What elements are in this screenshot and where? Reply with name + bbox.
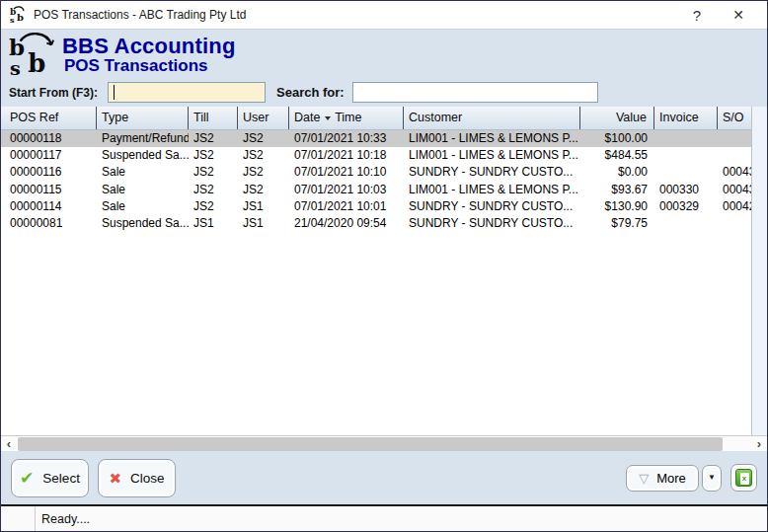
cell-pos_ref: 00000115 [1, 182, 97, 198]
column-header-date_time[interactable]: Date Time [289, 107, 404, 129]
column-header-so[interactable]: S/O [718, 107, 753, 129]
cell-customer: LIM001 - LIMES & LEMONS P... [404, 147, 580, 164]
chevron-down-icon: ▼ [708, 474, 716, 482]
cell-date_time: 07/01/2021 10:18 [289, 147, 404, 164]
status-message: Ready.... [36, 506, 767, 531]
cell-invoice: 000330 [654, 182, 718, 198]
start-from-wrap [98, 82, 266, 103]
cell-type: Sale [97, 164, 189, 181]
scrollbar-thumb[interactable] [18, 437, 723, 451]
cell-so [718, 147, 753, 164]
scroll-right-icon[interactable]: › [751, 436, 767, 452]
check-icon: ✔ [20, 470, 34, 487]
cell-invoice [654, 215, 718, 232]
brand-text: BBS Accounting POS Transactions [62, 36, 236, 75]
column-header-till[interactable]: Till [189, 107, 238, 129]
cell-so: 00043 [718, 182, 753, 198]
column-header-value[interactable]: Value [580, 107, 654, 129]
svg-text:s: s [10, 15, 15, 24]
cell-pos_ref: 00000116 [1, 164, 97, 181]
cell-date_time: 07/01/2021 10:01 [289, 198, 404, 215]
cell-date_time: 07/01/2021 10:03 [289, 182, 404, 198]
cell-user: JS2 [238, 164, 289, 181]
cell-type: Sale [97, 182, 189, 198]
more-dropdown-button[interactable]: ▼ [702, 465, 722, 492]
cell-customer: SUNDRY - SUNDRY CUSTO... [404, 198, 580, 215]
cell-customer: SUNDRY - SUNDRY CUSTO... [404, 164, 580, 181]
table-row[interactable]: 00000115SaleJS2JS207/01/2021 10:03LIM001… [1, 182, 753, 198]
status-segment-left [1, 506, 36, 531]
cell-type: Payment/Refund [97, 130, 189, 147]
scroll-left-icon[interactable]: ‹ [1, 436, 17, 452]
cell-type: Suspended Sa... [97, 147, 189, 164]
cell-type: Suspended Sa... [97, 215, 189, 232]
select-button[interactable]: ✔ Select [11, 459, 89, 497]
cell-till: JS2 [189, 164, 238, 181]
svg-text:s: s [10, 57, 21, 78]
cell-pos_ref: 00000118 [1, 130, 97, 147]
cell-till: JS2 [189, 130, 238, 147]
cell-invoice [654, 130, 718, 147]
table-row[interactable]: 00000117Suspended Sa...JS2JS207/01/2021 … [1, 147, 753, 164]
search-input[interactable] [352, 82, 598, 103]
bbs-logo: b s b [7, 33, 58, 78]
cell-so [718, 130, 753, 147]
svg-text:b: b [28, 48, 45, 78]
excel-export-icon: x [735, 469, 752, 487]
cell-value: $79.75 [580, 215, 654, 232]
window-title: POS Transactions - ABC Trading Pty Ltd [34, 8, 246, 22]
export-excel-button[interactable]: x [730, 464, 757, 492]
cell-so: 00043 [718, 164, 753, 181]
excel-page-shape: x [740, 473, 749, 485]
close-button[interactable]: ✖ Close [98, 459, 176, 497]
cell-till: JS2 [189, 182, 238, 198]
title-bar: b s b POS Transactions - ABC Trading Pty… [1, 1, 767, 30]
cell-user: JS2 [238, 182, 289, 198]
filter-row: Start From (F3): Search for: [1, 78, 767, 107]
more-button-label: More [656, 471, 686, 486]
cell-invoice: 000329 [654, 198, 718, 215]
cell-customer: LIM001 - LIMES & LEMONS P... [404, 130, 580, 147]
column-header-customer[interactable]: Customer [404, 107, 580, 129]
cell-date_time: 07/01/2021 10:33 [289, 130, 404, 147]
cell-customer: LIM001 - LIMES & LEMONS P... [404, 182, 580, 198]
table-row[interactable]: 00000114SaleJS2JS107/01/2021 10:01SUNDRY… [1, 198, 753, 215]
start-from-input[interactable] [108, 82, 266, 103]
help-button[interactable]: ? [676, 1, 718, 30]
cell-till: JS1 [189, 215, 238, 232]
excel-x-glyph: x [742, 475, 746, 483]
more-button[interactable]: ▽ More [626, 465, 699, 492]
app-name: BBS Accounting [62, 36, 236, 57]
triangle-down-icon: ▽ [639, 472, 649, 485]
cell-user: JS2 [238, 130, 289, 147]
scrollbar-track[interactable] [17, 436, 751, 452]
cell-type: Sale [97, 198, 189, 215]
cell-pos_ref: 00000114 [1, 198, 97, 215]
table-row[interactable]: 00000081Suspended Sa...JS1JS121/04/2020 … [1, 215, 753, 232]
table-row[interactable]: 00000116SaleJS2JS207/01/2021 10:10SUNDRY… [1, 164, 753, 181]
table-row[interactable]: 00000118Payment/RefundJS2JS207/01/2021 1… [1, 130, 753, 147]
close-button-label: Close [130, 471, 165, 486]
cell-date_time: 21/04/2020 09:54 [289, 215, 404, 232]
cell-value: $0.00 [580, 164, 654, 181]
close-window-icon[interactable]: ✕ [718, 1, 759, 30]
column-header-pos_ref[interactable]: POS Ref [1, 107, 97, 129]
column-header-invoice[interactable]: Invoice [654, 107, 718, 129]
cell-pos_ref: 00000117 [1, 147, 97, 164]
cell-invoice [654, 164, 718, 181]
column-header-type[interactable]: Type [97, 107, 189, 129]
page-title: POS Transactions [64, 57, 236, 74]
sort-indicator-icon [325, 116, 331, 120]
transactions-table: POS RefTypeTillUserDate TimeCustomerValu… [1, 107, 767, 435]
table-body: 00000118Payment/RefundJS2JS207/01/2021 1… [1, 130, 753, 232]
cell-customer: SUNDRY - SUNDRY CUSTO... [404, 215, 580, 232]
svg-text:b: b [17, 12, 24, 23]
cell-user: JS1 [238, 198, 289, 215]
cell-so: 00042 [718, 198, 753, 215]
column-header-user[interactable]: User [238, 107, 289, 129]
select-button-label: Select [42, 471, 80, 486]
table-header-row: POS RefTypeTillUserDate TimeCustomerValu… [1, 107, 753, 130]
cell-invoice [654, 147, 718, 164]
vertical-scrollbar[interactable] [751, 107, 767, 435]
right-button-group: ▽ More ▼ x [626, 464, 757, 492]
